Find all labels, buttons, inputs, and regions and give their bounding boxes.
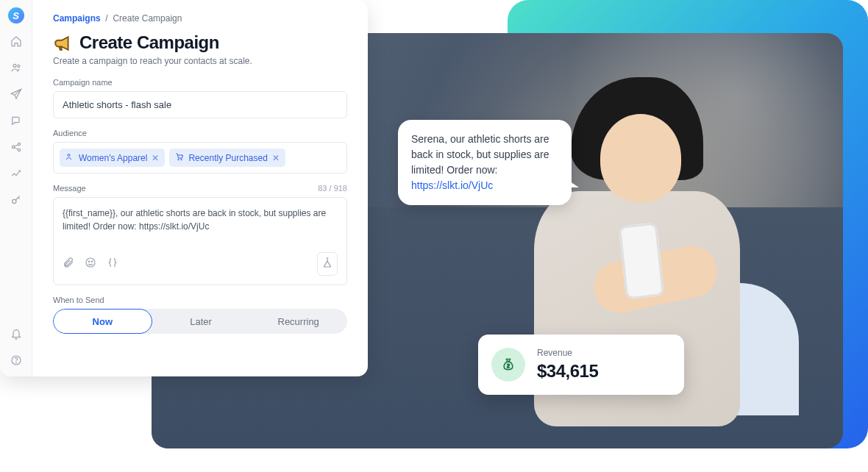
logo-icon[interactable]: [8, 7, 24, 24]
svg-point-8: [68, 154, 70, 157]
emoji-icon[interactable]: [85, 257, 96, 271]
people-icon: [65, 152, 74, 163]
speech-text: Serena, our athletic shorts are back in …: [411, 133, 549, 176]
message-label: Message: [53, 184, 86, 193]
share-icon[interactable]: [10, 141, 22, 156]
svg-point-5: [12, 199, 15, 203]
message-textarea[interactable]: {{first_name}}, our athletic shorts are …: [53, 197, 347, 285]
revenue-amount: $34,615: [537, 361, 598, 382]
page-title: Create Campaign: [79, 32, 219, 53]
svg-point-11: [86, 258, 95, 267]
revenue-card: Revenue $34,615: [478, 335, 684, 395]
home-icon[interactable]: [10, 35, 22, 50]
main-panel: Campaigns / Create Campaign Create Campa…: [32, 0, 368, 376]
option-recurring[interactable]: Recurring: [249, 309, 347, 334]
when-label: When to Send: [53, 296, 347, 304]
close-icon[interactable]: ✕: [152, 153, 159, 163]
svg-point-12: [88, 261, 89, 262]
page-subtitle: Create a campaign to reach your contacts…: [53, 56, 347, 66]
breadcrumb-current: Create Campaign: [113, 13, 182, 24]
speech-bubble: Serena, our athletic shorts are back in …: [398, 120, 572, 205]
audience-tag[interactable]: Women's Apparel ✕: [60, 149, 165, 167]
people-icon[interactable]: [10, 62, 22, 76]
close-icon[interactable]: ✕: [272, 153, 280, 163]
audience-tag[interactable]: Recently Purchased ✕: [169, 149, 285, 167]
revenue-label: Revenue: [537, 348, 598, 358]
message-text: {{first_name}}, our athletic shorts are …: [63, 207, 338, 246]
tag-label: Women's Apparel: [79, 153, 147, 163]
bell-icon[interactable]: [10, 328, 22, 343]
breadcrumb: Campaigns / Create Campaign: [53, 13, 347, 24]
phone-icon: [619, 223, 664, 300]
svg-point-9: [178, 159, 179, 160]
chart-icon[interactable]: [10, 168, 22, 182]
option-later[interactable]: Later: [152, 309, 250, 334]
key-icon[interactable]: [10, 194, 22, 209]
when-segmented: Now Later Recurring: [53, 309, 347, 334]
chat-icon[interactable]: [10, 115, 22, 129]
cart-icon: [175, 152, 184, 163]
variable-icon[interactable]: [107, 257, 118, 271]
speech-link[interactable]: https://slkt.io/VjUc: [411, 179, 493, 191]
breadcrumb-root[interactable]: Campaigns: [53, 13, 101, 24]
option-now[interactable]: Now: [53, 309, 152, 334]
paper-plane-icon[interactable]: [10, 88, 22, 103]
char-counter: 83 / 918: [318, 184, 347, 193]
help-icon[interactable]: [10, 354, 22, 369]
svg-point-13: [91, 261, 92, 262]
svg-point-10: [181, 159, 182, 160]
svg-point-7: [15, 362, 16, 363]
app-window: Campaigns / Create Campaign Create Campa…: [0, 0, 368, 376]
campaign-name-input[interactable]: Athletic shorts - flash sale: [53, 91, 347, 118]
audience-label: Audience: [53, 129, 347, 137]
attachment-icon[interactable]: [63, 257, 74, 271]
money-bag-icon: [491, 348, 525, 382]
flask-icon[interactable]: [317, 252, 338, 276]
sidebar: [0, 0, 32, 376]
campaign-name-label: Campaign name: [53, 78, 347, 87]
audience-input[interactable]: Women's Apparel ✕ Recently Purchased ✕: [53, 142, 347, 174]
svg-point-0: [13, 64, 16, 67]
svg-point-1: [17, 65, 19, 67]
tag-label: Recently Purchased: [188, 153, 267, 163]
megaphone-icon: [53, 33, 72, 52]
breadcrumb-sep: /: [105, 13, 107, 24]
